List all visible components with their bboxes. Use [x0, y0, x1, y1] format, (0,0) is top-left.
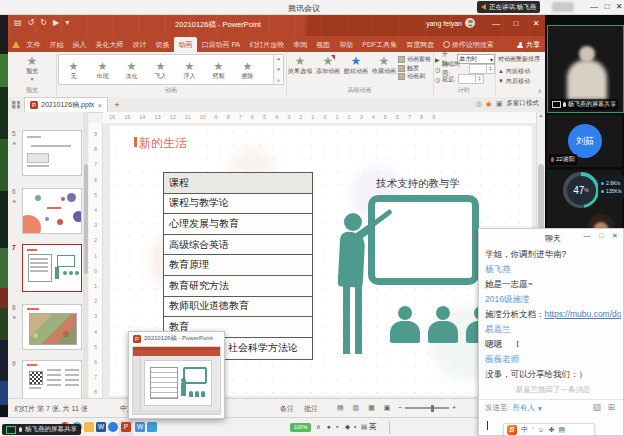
cool-animation-button[interactable]: ★ 酷炫动画 [342, 52, 370, 75]
slide-thumbnail-6[interactable] [22, 188, 82, 234]
reading-view-icon[interactable]: ▦ [368, 404, 375, 411]
gallery-scroll-down-icon[interactable]: ▼ [276, 67, 280, 72]
gallery-scroll-up-icon[interactable]: ▲ [276, 56, 280, 61]
zoom-control[interactable]: −+ [398, 404, 456, 411]
comments-button[interactable]: 批注 [304, 404, 318, 414]
zoom-slider-knob[interactable] [431, 405, 434, 412]
tab-animations[interactable]: 动画 [174, 37, 197, 52]
document-tab[interactable]: P 20210126稿.pptx ✕ [24, 97, 108, 112]
pa-search-icon[interactable]: ◎ [476, 100, 482, 108]
meeting-close-button[interactable]: ✕ [613, 2, 624, 12]
trigger-button[interactable]: 触发 [398, 65, 432, 72]
tab-home[interactable]: 开始 [45, 37, 68, 52]
tab-view[interactable]: 视图 [312, 37, 335, 52]
tab-pocket-animation[interactable]: 口袋动画 PA [197, 37, 245, 52]
ime-language-indicator[interactable]: 英 [369, 422, 377, 432]
show-desktop-divider[interactable] [389, 421, 390, 434]
taskbar-app-word-icon[interactable]: W [96, 422, 106, 432]
tab-design[interactable]: 设计 [128, 37, 151, 52]
thumbnail-scrollbar[interactable] [83, 112, 88, 398]
meeting-maximize-button[interactable]: □ [601, 2, 613, 12]
ime-chinese-icon[interactable]: 中 [521, 424, 528, 435]
sogou-logo-icon[interactable]: S [507, 425, 517, 435]
taskbar-preview-popup[interactable]: P 20210126稿 - PowerPoint [128, 331, 225, 419]
animation-effect-appear[interactable]: ★出现 [88, 55, 117, 84]
tab-list-icon[interactable] [12, 101, 20, 109]
normal-view-icon[interactable]: ▤ [337, 404, 344, 411]
move-later-button[interactable]: ▼向后移动 [498, 76, 545, 86]
battery-indicator[interactable]: 100% [290, 423, 311, 432]
ime-plus-icon[interactable]: ✚ [549, 424, 555, 435]
meeting-minimize-button[interactable]: — [588, 2, 600, 12]
sorter-view-icon[interactable]: ▥ [353, 404, 360, 411]
doc-tab-close-icon[interactable]: ✕ [97, 102, 102, 109]
account-area[interactable]: yang feiyan [426, 18, 475, 28]
chat-minimize-button[interactable]: — [581, 232, 593, 239]
tab-help[interactable]: 帮助 [335, 37, 358, 52]
slideshow-view-icon[interactable]: ▣ [384, 404, 391, 411]
share-button[interactable]: 共享 [517, 40, 540, 50]
taskbar-app-wps-icon[interactable]: W [135, 422, 145, 432]
animation-effect-float-in[interactable]: ★浮入 [175, 55, 204, 84]
network-monitor-widget[interactable]: 47% [563, 172, 599, 208]
preview-thumbnail[interactable] [132, 346, 221, 415]
delay-input[interactable]: ▲▼ [458, 74, 484, 84]
tab-transitions[interactable]: 切换 [151, 37, 174, 52]
animation-effect-split[interactable]: ★劈裂 [204, 55, 233, 84]
taskbar-app-tim-icon[interactable] [108, 422, 118, 432]
pa-target-icon[interactable]: ◉ [486, 100, 492, 108]
taskbar-app-powerpoint-icon[interactable]: P [121, 422, 131, 432]
screenshot-icon[interactable]: ⊞ [607, 402, 615, 412]
video-tile-screen-share[interactable]: 杨飞燕的屏幕共享 [547, 25, 624, 113]
slide-thumbnail-7-selected[interactable] [22, 244, 82, 292]
multi-window-mode-label[interactable]: 多窗口模式 [507, 99, 540, 108]
tab-meihua[interactable]: 美化大师 [91, 37, 128, 52]
ime-emoji-icon[interactable]: ☺ [538, 424, 545, 435]
tray-volume-icon[interactable]: ◆ [345, 423, 350, 431]
tab-insert[interactable]: 插入 [68, 37, 91, 52]
send-to-selector[interactable]: 发送至: 所有人 ▾ [485, 403, 542, 413]
ime-punctuation-icon[interactable]: ’ [532, 424, 534, 435]
taskbar-app-explorer-icon[interactable] [84, 422, 94, 432]
animation-effect-wipe[interactable]: ★擦除 [233, 55, 262, 84]
ppt-maximize-button[interactable]: □ [509, 18, 523, 30]
slide-thumbnail-5[interactable] [22, 130, 82, 176]
chat-close-button[interactable]: ✕ [609, 232, 621, 240]
add-animation-button[interactable]: ★ 添加动画 [314, 52, 342, 75]
animation-effect-none[interactable]: ★无 [59, 55, 88, 84]
scroll-up-icon[interactable]: ▲ [537, 113, 545, 118]
duration-input[interactable]: ▲▼ [469, 64, 495, 74]
animation-effect-fly-in[interactable]: ★飞入 [146, 55, 175, 84]
chat-maximize-button[interactable]: □ [595, 232, 607, 239]
animation-effect-fade[interactable]: ★淡化 [117, 55, 146, 84]
preview-button[interactable]: ★ 预览 ▾ [8, 52, 56, 83]
mubu-doc-link[interactable]: https://mubu.com/doc/1YQj1_XPGw [545, 309, 622, 319]
tray-network-icon[interactable]: ▪ [354, 423, 356, 430]
move-earlier-button[interactable]: ▲向前移动 [498, 66, 545, 76]
gallery-more-icon[interactable]: ∧ [277, 78, 280, 83]
image-attach-icon[interactable]: ▨ [592, 402, 601, 412]
tab-pdf-tools[interactable]: PDF工具集 [358, 37, 402, 52]
account-avatar[interactable] [465, 18, 475, 28]
tray-expand-icon[interactable]: ∧ [316, 423, 321, 431]
notes-button[interactable]: 备注 [280, 404, 294, 414]
pa-window-icon[interactable]: ▣ [496, 100, 503, 108]
tab-slideshow[interactable]: 幻灯片放映 [245, 37, 289, 52]
taskbar-app-cloud-icon[interactable] [147, 422, 157, 432]
slide-thumbnail-8[interactable] [22, 304, 82, 350]
tray-qq-icon[interactable]: ● [327, 423, 331, 430]
ime-keyboard-icon[interactable]: ▤ [559, 424, 566, 435]
slide-thumbnail-9[interactable] [22, 360, 82, 398]
video-tile-liuru[interactable]: 刘茹 22谢阳 [547, 115, 622, 167]
tab-file[interactable]: 文件 [22, 37, 45, 52]
tray-mic-icon[interactable]: ▪ [336, 423, 338, 430]
sogou-ime-bar[interactable]: S 中 ’ ☺ ✚ ▤ [503, 423, 595, 436]
tab-review[interactable]: 审阅 [289, 37, 312, 52]
animation-painter-button[interactable]: 动画刷 [398, 73, 432, 80]
collect-animation-button[interactable]: ★ 收藏动画 [370, 52, 398, 75]
tab-baidu-pan[interactable]: 百度网盘 [402, 37, 439, 52]
tray-keyboard-icon[interactable]: ▤ [361, 423, 367, 431]
effect-options-button[interactable]: ★ 效果选项 [286, 52, 314, 75]
collapse-ribbon-icon[interactable]: ∧ [538, 87, 542, 94]
animation-pane-button[interactable]: 动画窗格 [398, 56, 432, 63]
